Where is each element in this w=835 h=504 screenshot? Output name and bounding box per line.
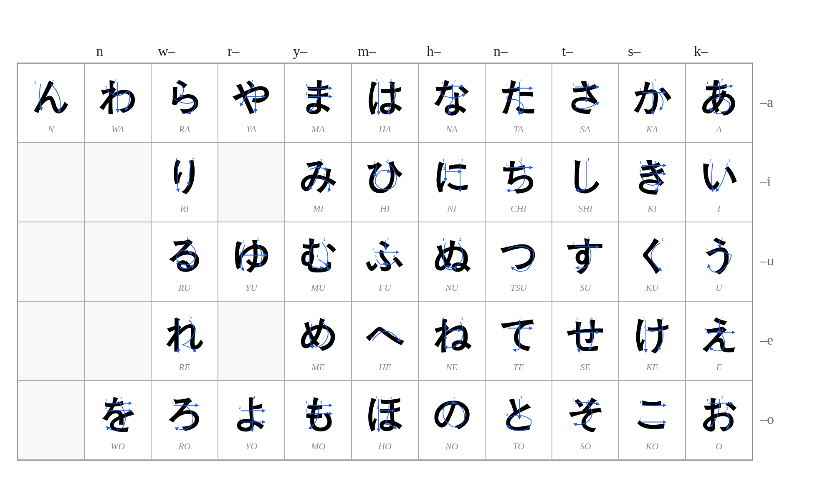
- col-header-9: k–: [668, 43, 734, 59]
- romaji-label: YA: [246, 124, 256, 135]
- romaji-label: CHI: [511, 203, 526, 214]
- kana-cell-1-9: き 1234KI: [619, 143, 686, 222]
- kana-grid: ん 12Nわ 12WAら 12RAや 123YAま 123MAは 12HAな 1…: [17, 63, 753, 461]
- row-label-4: –o: [753, 380, 774, 459]
- kana-cell-3-4: め 12ME: [285, 301, 352, 381]
- grid-wrapper: ん 12Nわ 12WAら 12RAや 123YAま 123MAは 12HAな 1…: [17, 63, 818, 461]
- kana-cell-2-9: く 1KU: [619, 222, 686, 301]
- romaji-label: KI: [648, 203, 657, 214]
- kana-cell-2-6: ぬ 12NU: [418, 222, 485, 301]
- col-header-7: t–: [534, 43, 601, 59]
- romaji-label: WO: [111, 441, 125, 452]
- kana-cell-2-0: [18, 222, 84, 301]
- romaji-label: NA: [446, 124, 458, 135]
- kana-cell-4-1: を 123WO: [84, 381, 151, 460]
- romaji-label: SE: [580, 362, 590, 373]
- kana-cell-1-5: ひ 12HI: [352, 143, 418, 222]
- kana-cell-1-6: に 123NI: [418, 143, 485, 222]
- kana-cell-3-9: け 123KE: [619, 301, 686, 381]
- kana-cell-0-7: た 123TA: [485, 63, 552, 143]
- kana-cell-4-9: こ 12KO: [619, 381, 686, 460]
- col-header-10: [734, 43, 801, 59]
- romaji-label: MU: [311, 282, 325, 293]
- romaji-label: TSU: [510, 282, 526, 293]
- romaji-label: FU: [379, 282, 391, 293]
- kana-cell-0-8: さ 123SA: [552, 63, 619, 143]
- kana-cell-4-5: ほ 123HO: [352, 381, 418, 460]
- kana-cell-0-1: わ 12WA: [84, 63, 151, 143]
- romaji-label: NO: [445, 441, 458, 452]
- kana-cell-3-8: せ 123SE: [552, 301, 619, 381]
- kana-cell-1-7: ち 12CHI: [485, 143, 552, 222]
- kana-cell-3-10: え 123E: [686, 301, 752, 381]
- kana-cell-3-6: ね 123NE: [418, 301, 485, 381]
- kana-cell-0-4: ま 123MA: [285, 63, 352, 143]
- col-header-4: m–: [334, 43, 400, 59]
- kana-cell-2-4: む 123MU: [285, 222, 352, 301]
- kana-cell-4-8: そ 12SO: [552, 381, 619, 460]
- kana-cell-0-5: は 12HA: [352, 63, 418, 143]
- kana-cell-2-8: す 12SU: [552, 222, 619, 301]
- romaji-label: WA: [111, 124, 124, 135]
- romaji-label: RO: [178, 441, 190, 452]
- kana-cell-2-10: う 12U: [686, 222, 752, 301]
- romaji-label: MO: [311, 441, 325, 452]
- romaji-label: ME: [311, 362, 325, 373]
- romaji-label: RA: [179, 124, 190, 135]
- romaji-label: KE: [646, 362, 658, 373]
- romaji-label: N: [48, 124, 54, 135]
- kana-cell-4-10: お 123O: [686, 381, 752, 460]
- romaji-label: NE: [446, 362, 458, 373]
- romaji-label: YU: [245, 282, 257, 293]
- kana-cell-1-3: [218, 143, 285, 222]
- kana-cell-1-1: [84, 143, 151, 222]
- kana-cell-2-7: つ 1TSU: [485, 222, 552, 301]
- col-header-6: n–: [467, 43, 534, 59]
- romaji-label: TO: [513, 441, 524, 452]
- row-label-3: –e: [753, 300, 774, 380]
- row-label-2: –u: [753, 221, 774, 300]
- col-header-1: w–: [133, 43, 200, 59]
- col-header-5: h–: [400, 43, 467, 59]
- kana-cell-2-1: [84, 222, 151, 301]
- kana-cell-3-2: れ 12RE: [151, 301, 218, 381]
- romaji-label: HE: [379, 362, 391, 373]
- kana-cell-2-5: ふ 1234FU: [352, 222, 418, 301]
- kana-cell-4-0: [18, 381, 84, 460]
- romaji-label: RU: [178, 282, 190, 293]
- romaji-label: MI: [313, 203, 324, 214]
- col-header-2: r–: [200, 43, 267, 59]
- row-labels: –a–i–u–e–o: [753, 63, 774, 461]
- romaji-label: HI: [380, 203, 390, 214]
- romaji-label: TE: [513, 362, 524, 373]
- romaji-label: SA: [580, 124, 590, 135]
- romaji-label: A: [716, 124, 721, 135]
- romaji-label: KU: [646, 282, 659, 293]
- romaji-label: HA: [379, 124, 391, 135]
- kana-cell-4-7: と 12TO: [485, 381, 552, 460]
- column-headers: nw–r–y–m–h–n–t–s–k–: [17, 43, 818, 59]
- kana-cell-3-0: [18, 301, 84, 381]
- kana-cell-1-10: い 12I: [686, 143, 752, 222]
- romaji-label: YO: [245, 441, 257, 452]
- kana-cell-4-3: よ 123YO: [218, 381, 285, 460]
- romaji-label: O: [716, 441, 722, 452]
- kana-cell-3-1: [84, 301, 151, 381]
- romaji-label: E: [716, 362, 721, 373]
- romaji-label: RI: [180, 203, 189, 214]
- kana-cell-4-6: の 1NO: [418, 381, 485, 460]
- row-label-0: –a: [753, 63, 774, 142]
- romaji-label: SU: [580, 282, 591, 293]
- kana-cell-3-7: て 12TE: [485, 301, 552, 381]
- romaji-label: SHI: [578, 203, 592, 214]
- kana-cell-0-0: ん 12N: [18, 63, 84, 143]
- kana-cell-2-2: る 12RU: [151, 222, 218, 301]
- kana-cell-1-8: し 1SHI: [552, 143, 619, 222]
- kana-cell-3-3: [218, 301, 285, 381]
- kana-cell-0-6: な 1234NA: [418, 63, 485, 143]
- kana-cell-0-2: ら 12RA: [151, 63, 218, 143]
- kana-cell-1-2: り 12RI: [151, 143, 218, 222]
- romaji-label: SO: [580, 441, 591, 452]
- kana-cell-0-3: や 123YA: [218, 63, 285, 143]
- kana-cell-1-0: [18, 143, 84, 222]
